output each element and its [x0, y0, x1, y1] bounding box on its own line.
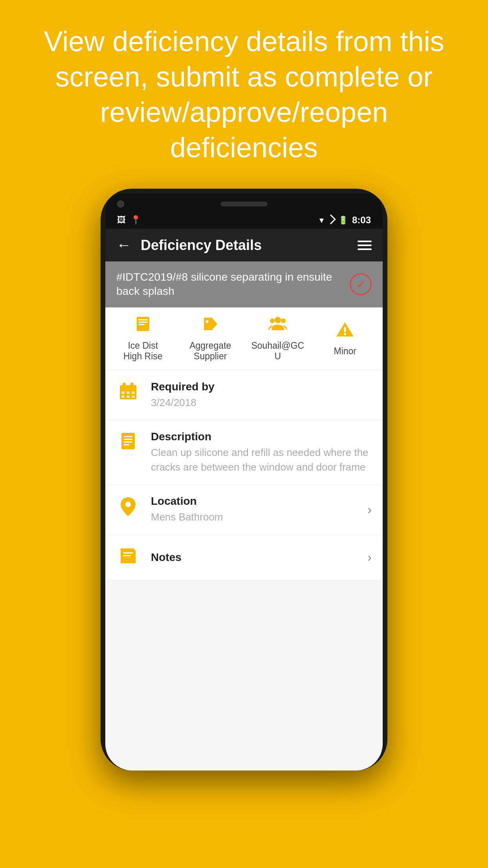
location-arrow: › [367, 502, 372, 517]
svg-rect-28 [123, 555, 131, 556]
warning-icon [336, 321, 354, 342]
group-label: Souhail@GCU [251, 340, 304, 362]
back-button[interactable]: ← [116, 237, 131, 254]
notes-icon [116, 546, 140, 570]
complete-check-button[interactable]: ✓ [350, 273, 372, 295]
phone-speaker [220, 202, 268, 206]
svg-point-5 [275, 317, 281, 323]
svg-rect-27 [123, 552, 133, 554]
svg-rect-19 [127, 395, 130, 398]
svg-rect-18 [121, 395, 125, 398]
required-by-label: Required by [151, 381, 372, 393]
info-tag[interactable]: AggregateSupplier [177, 315, 244, 362]
svg-rect-15 [121, 392, 125, 394]
status-right-icons: ▾ 🔋 8:03 [319, 215, 371, 226]
description-row: Description Clean up silicone and refill… [105, 420, 383, 485]
description-label: Description [151, 430, 372, 443]
menu-line-1 [358, 241, 372, 242]
deficiency-header: #IDTC2019/#8 silicone separating in ensu… [105, 261, 383, 307]
info-severity[interactable]: Minor [312, 321, 379, 357]
location-label: Location [151, 495, 356, 508]
notes-label: Notes [151, 551, 356, 564]
svg-rect-16 [127, 392, 130, 394]
tag-label: AggregateSupplier [189, 340, 231, 362]
svg-rect-20 [132, 395, 135, 398]
app-bar-title: Deficiency Details [141, 237, 348, 254]
status-bar: 🖼 📍 ▾ 🔋 8:03 [105, 211, 383, 229]
svg-point-4 [206, 320, 209, 323]
svg-point-10 [344, 333, 346, 335]
building-icon [134, 315, 152, 337]
svg-rect-25 [124, 444, 129, 445]
info-group[interactable]: Souhail@GCU [244, 315, 312, 362]
phone-device: 🖼 📍 ▾ 🔋 8:03 ← Deficiency Details [101, 189, 387, 771]
wifi-icon: ▾ [319, 215, 323, 225]
status-left-icons: 🖼 📍 [117, 215, 141, 225]
phone-wrapper: 🖼 📍 ▾ 🔋 8:03 ← Deficiency Details [0, 189, 488, 771]
svg-rect-22 [124, 436, 132, 437]
description-icon [116, 431, 140, 455]
notes-arrow: › [367, 550, 372, 565]
info-building[interactable]: Ice DistHigh Rise [109, 315, 177, 362]
phone-sensor [364, 200, 371, 208]
notes-row[interactable]: Notes › [105, 535, 383, 580]
signal-icon [326, 214, 336, 224]
hero-text: View deficiency details from this screen… [0, 0, 488, 181]
image-icon: 🖼 [117, 215, 126, 225]
building-label: Ice DistHigh Rise [123, 340, 163, 362]
battery-icon: 🔋 [338, 215, 348, 225]
maps-icon: 📍 [130, 215, 141, 225]
severity-label: Minor [334, 346, 356, 357]
svg-rect-24 [124, 441, 132, 443]
svg-rect-12 [120, 385, 136, 390]
svg-point-26 [125, 502, 131, 507]
tag-icon [202, 315, 219, 337]
required-by-content: Required by 3/24/2018 [151, 381, 372, 410]
svg-rect-17 [132, 392, 135, 394]
svg-rect-23 [124, 439, 132, 440]
svg-point-6 [270, 318, 275, 323]
app-bar: ← Deficiency Details [105, 229, 383, 261]
menu-line-3 [358, 248, 372, 250]
phone-screen: ← Deficiency Details #IDTC2019/#8 silico… [105, 229, 383, 771]
svg-rect-2 [138, 322, 148, 323]
svg-rect-9 [344, 327, 346, 332]
location-icon [116, 496, 140, 522]
location-value: Mens Bathroom [151, 510, 356, 524]
menu-button[interactable] [358, 241, 372, 250]
svg-rect-13 [123, 383, 125, 388]
group-icon [268, 315, 287, 337]
description-content: Description Clean up silicone and refill… [151, 430, 372, 474]
required-by-value: 3/24/2018 [151, 395, 372, 410]
deficiency-title: #IDTC2019/#8 silicone separating in ensu… [116, 270, 343, 299]
location-content: Location Mens Bathroom [151, 495, 356, 524]
svg-rect-14 [131, 383, 133, 388]
phone-top-bar [105, 193, 383, 211]
svg-rect-1 [138, 319, 148, 320]
description-value: Clean up silicone and refill as needed w… [151, 445, 372, 474]
location-row[interactable]: Location Mens Bathroom › [105, 485, 383, 535]
info-icons-row: Ice DistHigh Rise AggregateSupplier [105, 307, 383, 370]
required-by-row: Required by 3/24/2018 [105, 370, 383, 420]
svg-rect-21 [121, 433, 135, 449]
check-icon: ✓ [356, 278, 366, 291]
calendar-icon [116, 381, 140, 405]
menu-line-2 [358, 245, 372, 246]
time-display: 8:03 [352, 215, 371, 226]
svg-rect-3 [138, 324, 145, 325]
svg-point-7 [281, 318, 286, 323]
phone-camera [117, 200, 124, 208]
